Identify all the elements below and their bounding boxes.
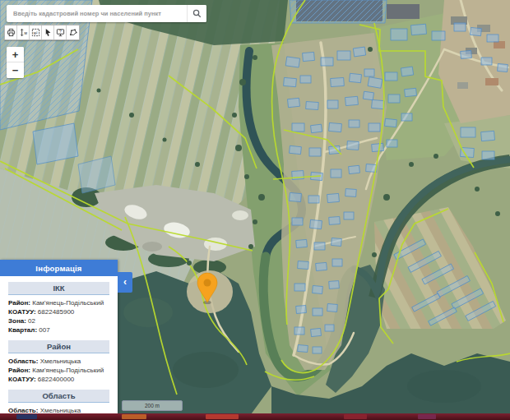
info-row: КОАТУУ: 6822485900 [0, 307, 118, 316]
taskbar-sliver [0, 413, 510, 420]
panel-collapse-button[interactable]: ‹ [118, 272, 132, 293]
section-title-oblast: Область [8, 390, 109, 403]
svg-text:м²: м² [33, 31, 37, 35]
scale-bar: 200 m [122, 400, 183, 411]
info-row: Квартал: 007 [0, 325, 118, 335]
chevron-left-icon: ‹ [123, 276, 127, 288]
printer-icon [7, 28, 16, 37]
zoom-control: + − [7, 47, 24, 78]
svg-text:?: ? [59, 29, 62, 34]
polygon-icon [68, 28, 78, 37]
svg-text:м: м [24, 30, 27, 35]
info-row: Район: Кам’янець-Подільський [0, 366, 118, 375]
info-panel-title: Інформація [0, 260, 118, 276]
info-row: Зона: 02 [0, 316, 118, 325]
info-row: Район: Кам’янець-Подільський [0, 298, 118, 307]
map-viewport: м м² ? + − Інформація ІКК Район: Кам’яне… [0, 0, 510, 420]
info-row: КОАТУУ: 6822400000 [0, 375, 118, 384]
identify-monitor-icon: ? [56, 28, 65, 37]
scale-label: 200 m [145, 403, 160, 408]
polygon-button[interactable] [67, 25, 79, 39]
section-title-ikk: ІКК [8, 282, 109, 295]
identify-button[interactable]: ? [54, 25, 67, 39]
cursor-icon [44, 28, 53, 37]
pointer-button[interactable] [42, 25, 54, 39]
print-button[interactable] [5, 25, 17, 39]
map-toolbar: м м² ? [4, 25, 80, 40]
measure-area-icon: м² [31, 28, 40, 37]
info-panel: Інформація ІКК Район: Кам’янець-Подільсь… [0, 260, 118, 413]
search-bar [7, 5, 206, 22]
section-title-raion: Район [8, 340, 109, 353]
measure-length-button[interactable]: м [17, 25, 30, 39]
measure-area-button[interactable]: м² [30, 25, 42, 39]
search-input[interactable] [7, 5, 187, 22]
info-row: Область: Хмельницька [0, 357, 118, 366]
search-icon [192, 9, 202, 18]
measure-length-icon: м [19, 28, 28, 37]
search-button[interactable] [187, 5, 206, 22]
zoom-out-button[interactable]: − [7, 62, 24, 78]
zoom-in-button[interactable]: + [7, 47, 24, 62]
info-row: Область: Хмельницька [0, 406, 118, 413]
